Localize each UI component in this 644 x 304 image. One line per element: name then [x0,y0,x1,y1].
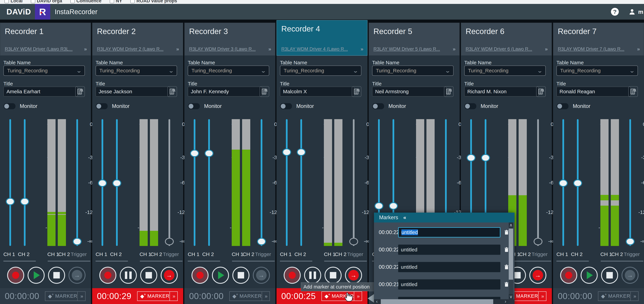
ch2-gain-slider[interactable] [300,119,302,246]
ch2-gain-slider[interactable] [577,119,578,246]
help-icon[interactable]: ? [611,8,619,16]
play-button[interactable] [212,267,229,284]
driver-link[interactable]: R3LAY WDM Driver 6 (Lawo R... [466,46,532,52]
skip-button[interactable]: → [622,267,638,284]
browse-titles-button[interactable] [352,86,361,97]
markers-vertical-scrollbar[interactable]: ∧ ∨ [509,223,513,299]
skip-button[interactable]: → [345,267,362,284]
bookmark-item[interactable]: DAVID orga [31,0,62,3]
scroll-right-icon[interactable]: › [502,299,508,304]
delete-marker-icon[interactable] [504,282,509,287]
title-input[interactable] [4,87,78,96]
marker-name-input[interactable]: untitled [398,245,500,255]
skip-button[interactable]: → [253,267,270,284]
marker-name-input[interactable]: untitled [398,279,500,290]
ch1-gain-slider[interactable] [9,119,11,246]
driver-link[interactable]: R3LAY WDM Driver (Lawo R3L... [5,46,72,52]
bookmark-item[interactable]: Confluence [70,0,102,3]
trigger-slider[interactable] [629,119,631,246]
scroll-left-icon[interactable]: ‹ [374,299,380,304]
slider-handle[interactable] [481,154,490,162]
marker-list-icon[interactable]: » [538,293,546,299]
stop-button[interactable] [601,267,618,284]
vertical-scrollbar-thumb[interactable] [509,229,513,280]
record-button[interactable] [284,267,301,284]
title-input[interactable] [188,87,262,96]
add-marker-button[interactable]: ◆+ MARKER » [229,292,270,301]
expand-driver-icon[interactable]: » [453,46,455,52]
driver-link[interactable]: R3LAY WDM Driver 5 (Lawo R... [374,46,440,52]
ch1-gain-slider[interactable] [102,119,103,246]
play-button[interactable] [580,267,598,284]
ch2-gain-slider[interactable] [24,119,26,246]
marker-list-icon[interactable]: » [631,293,638,299]
add-marker-button[interactable]: ◆+ MARKER » [137,292,178,301]
add-marker-button[interactable]: ◆+ MARKER » [45,292,86,301]
add-marker-button[interactable]: ◆+ MARKER » [598,292,638,301]
monitor-toggle[interactable] [4,103,16,109]
record-button[interactable] [7,267,24,284]
browse-titles-button[interactable] [168,86,177,97]
recorder-header[interactable]: Recorder 6 R3LAY WDM Driver 6 (Lawo R...… [461,23,552,56]
table-name-select[interactable]: Turing_Recording ⌄ [464,65,546,76]
monitor-toggle[interactable] [188,103,200,109]
recorder-header[interactable]: Recorder 4 R3LAY WDM Driver 4 (Lawo R...… [276,20,368,56]
monitor-toggle[interactable] [556,103,569,109]
pause-button[interactable] [304,267,321,284]
slider-handle[interactable] [297,148,306,156]
driver-link[interactable]: R3LAY WDM Driver 4 (Lawo R... [281,46,348,52]
stop-button[interactable] [232,267,250,284]
expand-driver-icon[interactable]: » [637,46,639,52]
slider-handle[interactable] [6,198,15,205]
horizontal-scrollbar-thumb[interactable] [381,299,493,304]
ch1-gain-slider[interactable] [286,119,288,246]
record-button[interactable] [560,267,577,284]
pause-button[interactable] [120,267,137,284]
markers-horizontal-scrollbar[interactable]: ‹ › [374,299,508,304]
expand-driver-icon[interactable]: » [176,46,178,52]
play-button[interactable] [28,267,45,284]
recorder-header[interactable]: Recorder 1 R3LAY WDM Driver (Lawo R3L...… [0,23,91,56]
driver-link[interactable]: R3LAY WDM Driver 2 (Lawo R... [97,46,164,52]
browse-titles-button[interactable] [536,86,546,97]
slider-handle[interactable] [20,198,29,205]
slider-handle[interactable] [467,154,476,162]
slider-handle[interactable] [204,150,214,157]
record-button[interactable] [99,267,116,284]
driver-link[interactable]: R3LAY WDM Driver 3 (Lawo R... [189,46,256,52]
record-button[interactable] [192,267,208,284]
bookmark-item[interactable]: NY [110,0,122,3]
ch1-gain-slider[interactable] [562,119,564,246]
expand-driver-icon[interactable]: » [84,46,86,52]
browse-titles-button[interactable] [260,86,269,97]
title-input[interactable] [464,87,538,96]
user-label[interactable]: m [638,8,643,15]
recorder-header[interactable]: Recorder 7 R3LAY WDM Driver 7 (Lawo R...… [553,23,644,56]
marker-list-icon[interactable]: » [78,293,85,299]
stop-button[interactable] [140,267,157,284]
delete-marker-icon[interactable] [504,230,509,235]
title-input[interactable] [556,87,631,96]
slider-handle[interactable] [190,150,199,157]
scroll-down-icon[interactable]: ∨ [509,294,513,299]
marker-name-input[interactable]: untitled [398,262,500,272]
collapse-panel-icon[interactable]: « [403,215,405,221]
table-name-select[interactable]: Turing_Recording ⌄ [280,65,361,76]
trigger-slider[interactable] [261,119,262,246]
recorder-header[interactable]: Recorder 3 R3LAY WDM Driver 3 (Lawo R...… [184,23,275,56]
browse-titles-button[interactable] [75,86,85,97]
marker-list-icon[interactable]: » [262,293,270,299]
bookmark-item[interactable]: Local [4,0,23,3]
recorder-header[interactable]: Recorder 2 R3LAY WDM Driver 2 (Lawo R...… [92,23,183,56]
ch2-gain-slider[interactable] [208,119,210,246]
bookmark-item[interactable]: ROAD value props [130,0,177,3]
title-input[interactable] [372,87,446,96]
expand-driver-icon[interactable]: » [545,46,547,52]
panel-scroll-left-arrow[interactable] [368,294,374,303]
table-name-select[interactable]: Turing_Recording ⌄ [556,65,638,76]
monitor-toggle[interactable] [96,103,108,109]
stop-button[interactable] [48,267,65,284]
slider-handle[interactable] [389,202,398,210]
slider-handle[interactable] [112,179,121,187]
trigger-slider[interactable] [76,119,78,246]
